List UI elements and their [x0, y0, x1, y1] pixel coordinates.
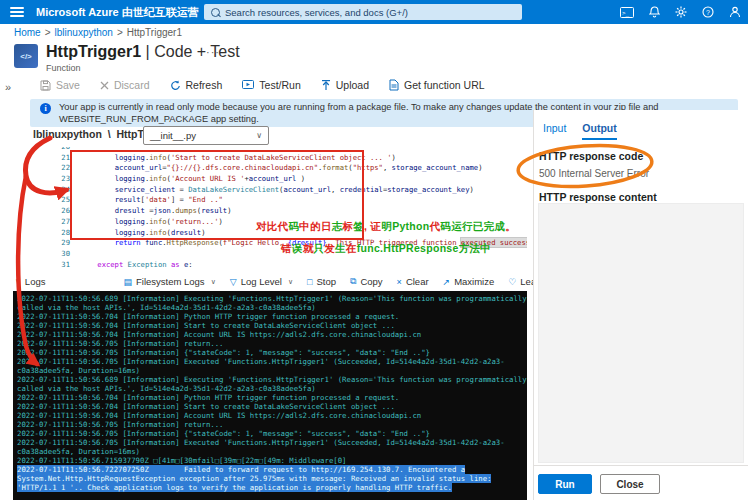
save-icon [40, 80, 51, 91]
maximize-button[interactable]: ↗Maximize [443, 276, 495, 287]
console-log-row: 2022-07-11T11:50:56.705 [Information] re… [17, 339, 223, 348]
code-text: logging.info(dresult) [80, 228, 206, 239]
document-link-icon [389, 79, 399, 91]
code-text: return func.HttpResponse(f"Logic Hello, … [80, 238, 527, 249]
console-log-row: 2022-07-11T11:50:56.705 [Information] {"… [17, 348, 430, 357]
line-number: 29 [30, 238, 70, 249]
toolbar-label: Filesystem Logs [136, 276, 205, 287]
heart-icon: ♡ [508, 277, 516, 287]
code-line: 26 dresult =json.dumps(result) [30, 206, 527, 217]
http-response-content-label: HTTP response content [539, 191, 657, 203]
run-button[interactable]: Run [538, 474, 592, 494]
code-text: result['data'] = "End .." [80, 195, 223, 206]
clear-button[interactable]: ×Clear [397, 276, 429, 287]
logs-toolbar: ∨Logs▤Filesystem Logs∨▽Log Level∨□Stop⧉C… [13, 272, 537, 291]
line-number: 25 [30, 195, 70, 206]
cloudshell-icon[interactable]: >_ [618, 3, 636, 21]
help-icon[interactable]: ? [699, 3, 717, 21]
command-bar: SaveDiscardRefreshTest/RunUploadGet func… [40, 79, 485, 91]
close-button[interactable]: Close [600, 474, 660, 494]
console-log-row: 2022-07-11T11:50:56.704 [Information] Py… [17, 312, 399, 321]
code-line: 31 except Exception as e: [30, 260, 527, 271]
global-search-input[interactable]: Search resources, services, and docs (G+… [204, 4, 522, 20]
filesystem-logs-button[interactable]: ▤Filesystem Logs∨ [123, 276, 215, 287]
hamburger-menu-icon[interactable] [10, 7, 24, 17]
line-number: 22 [30, 163, 70, 174]
command-label: Upload [336, 79, 369, 91]
azure-top-bar: Microsoft Azure 由世纪互联运营 Search resources… [0, 0, 748, 24]
console-log-row: c0a38adee5fa, Duration=16ms) [17, 447, 140, 456]
azure-brand[interactable]: Microsoft Azure 由世纪互联运营 [36, 5, 199, 20]
upload-button[interactable]: Upload [321, 79, 369, 91]
code-line: 28 logging.info(dresult) [30, 228, 527, 239]
expand-sidebar-chevron-icon[interactable]: » [5, 81, 11, 93]
breadcrumb-item-lblinuxpython[interactable]: lblinuxpython [55, 27, 113, 38]
line-number: 21 [30, 153, 70, 164]
gear-icon[interactable] [672, 3, 690, 21]
code-line: 22 account_url="{}://{}.dfs.core.chinacl… [30, 163, 527, 174]
console-log-row: 2022-07-11T11:50:56.705 [Information] Ex… [17, 438, 505, 447]
svg-text:>_: >_ [622, 9, 630, 17]
code-text: service_client = DataLakeServiceClient(a… [80, 185, 474, 196]
breadcrumb-separator: > [117, 27, 123, 38]
code-text: dresult =json.dumps(result) [80, 206, 231, 217]
code-editor[interactable]: 2021 logging.info('Start to create DataL… [30, 147, 527, 273]
console-log-row: System.Net.Http.HttpRequestException exc… [17, 474, 491, 483]
page-title-main: HttpTrigger1 [46, 43, 141, 60]
console-log-row: 2022-07-11T11:50:56.704 [Information] St… [17, 402, 395, 411]
code-line: 21 logging.info('Start to create DataLak… [30, 153, 527, 164]
bell-icon[interactable] [645, 3, 663, 21]
code-line: 23 logging.info('Account URL IS '+accoun… [30, 174, 527, 185]
stop-button[interactable]: □Stop [307, 276, 336, 287]
line-number: 30 [30, 249, 70, 260]
command-label: Test/Run [259, 79, 300, 91]
filesystem-icon: ▤ [123, 277, 132, 287]
toolbar-label: Copy [360, 276, 382, 287]
http-response-content-box[interactable] [538, 203, 744, 463]
toolbar-label: Clear [406, 276, 429, 287]
breadcrumb-item-home[interactable]: Home [14, 27, 41, 38]
console-log-row: 2022-07-11T11:50:56.704 [Information] St… [17, 321, 395, 330]
console-log-row: called via the host APIs.', Id=514e4a2d-… [17, 303, 316, 312]
chevron-down-icon: ∨ [211, 278, 216, 286]
person-icon[interactable] [726, 3, 744, 21]
code-text: except Exception as e: [80, 260, 193, 271]
chevron-down-icon: ∨ [288, 278, 293, 286]
test-run-button[interactable]: Test/Run [242, 79, 300, 91]
console-log-row: 2022-07-11T11:50:56.705 [Information] re… [17, 420, 223, 429]
refresh-icon [170, 80, 181, 91]
log-level-button[interactable]: ▽Log Level∨ [230, 276, 293, 287]
code-text: logging.info('Account URL IS '+account_u… [80, 174, 305, 185]
breadcrumb-item-httptrigger1: HttpTrigger1 [127, 27, 182, 38]
console-log-row: 2022-07-11T11:50:56.705 [Information] Ex… [17, 357, 505, 366]
tab-input[interactable]: Input [543, 122, 566, 140]
logs-label: Logs [25, 276, 46, 287]
copy-icon: ⧉ [350, 276, 356, 287]
tab-output[interactable]: Output [582, 122, 616, 140]
code-line: 27 logging.info('return...') [30, 217, 527, 228]
topbar-icon-group: >_? [618, 0, 744, 24]
logs-expand-toggle[interactable]: ∨Logs [13, 276, 45, 287]
code-text: logging.info('Start to create DataLakeSe… [80, 153, 396, 164]
search-icon [211, 8, 220, 17]
log-console[interactable]: 2022-07-11T11:50:56.689 [Information] Ex… [13, 291, 527, 500]
line-number: 27 [30, 217, 70, 228]
code-text: account_url="{}://{}.dfs.core.chinacloud… [80, 163, 482, 174]
clear-icon: × [397, 277, 402, 287]
toolbar-label: Stop [316, 276, 336, 287]
stop-icon: □ [307, 277, 312, 287]
save-button: Save [40, 79, 80, 91]
maximize-icon: ↗ [443, 277, 451, 287]
get-function-url-button[interactable]: Get function URL [389, 79, 485, 91]
discard-icon [100, 81, 109, 90]
console-log-row: 2022-07-11T11:50:56.715937790Z □[41m□[30… [17, 456, 346, 465]
code-line: 30 [30, 249, 527, 260]
testrun-icon [242, 80, 254, 90]
copy-button[interactable]: ⧉Copy [350, 276, 383, 287]
http-response-code-label: HTTP response code [539, 150, 643, 162]
file-select-dropdown[interactable]: __init__.py ∨ [143, 126, 269, 145]
refresh-button[interactable]: Refresh [170, 79, 223, 91]
code-line: 29 return func.HttpResponse(f"Logic Hell… [30, 238, 527, 249]
more-options-button[interactable]: ··· [206, 46, 220, 58]
line-number: 23 [30, 174, 70, 185]
